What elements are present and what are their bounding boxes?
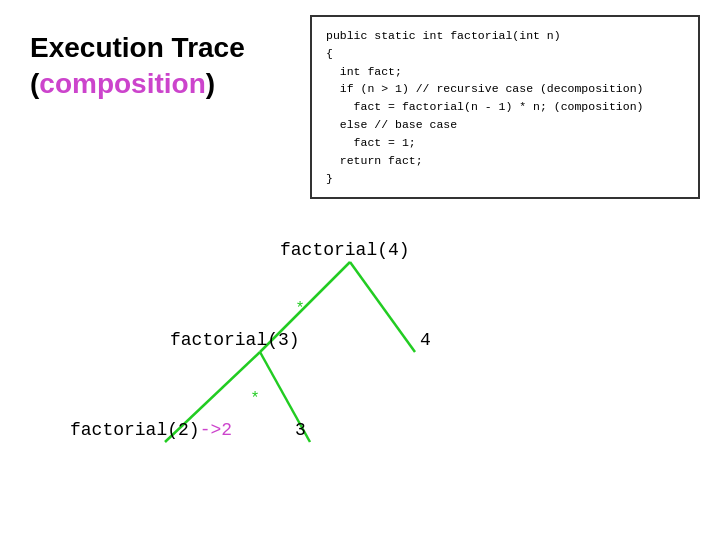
node-factorial2: factorial(2)->2 [70,420,232,440]
title-line1: Execution Trace [30,32,245,63]
tree-container: * * factorial(4) factorial(3) 4 factoria… [0,220,720,540]
label-3: 3 [295,420,306,440]
node-factorial2-arrow: ->2 [200,420,232,440]
page-title: Execution Trace (composition) [30,30,245,103]
title-highlight: composition [39,68,205,99]
tree-svg: * * [0,220,720,540]
node-factorial4: factorial(4) [280,240,410,260]
tree-diagram: * * factorial(4) factorial(3) 4 factoria… [0,220,720,540]
code-block: public static int factorial(int n) { int… [310,15,700,199]
title-line2-prefix: ( [30,68,39,99]
node-factorial3: factorial(3) [170,330,300,350]
title-line2-suffix: ) [206,68,215,99]
svg-text:*: * [250,390,260,408]
node-factorial2-prefix: factorial(2) [70,420,200,440]
page: Execution Trace (composition) public sta… [0,0,720,540]
svg-line-1 [350,262,415,352]
svg-text:*: * [295,300,305,318]
label-4: 4 [420,330,431,350]
